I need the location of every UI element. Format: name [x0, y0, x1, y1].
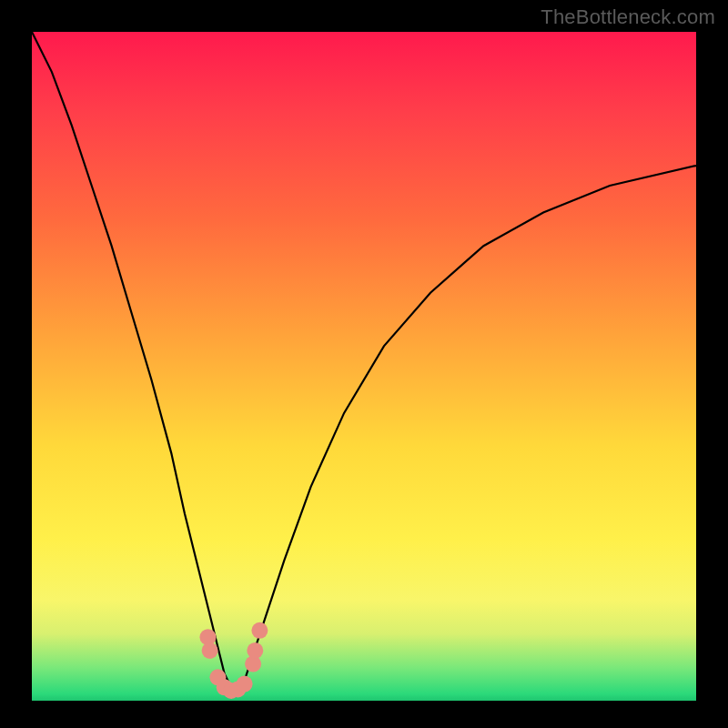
- marker-dot: [237, 676, 253, 693]
- chart-svg: [32, 32, 696, 701]
- marker-dots: [200, 622, 268, 699]
- bottleneck-curve: [32, 32, 696, 687]
- marker-dot: [247, 642, 263, 659]
- chart-frame: TheBottleneck.com: [0, 0, 728, 728]
- marker-dot: [202, 642, 218, 659]
- chart-plot-area: [32, 32, 696, 701]
- marker-dot: [251, 622, 268, 639]
- curve-path: [32, 32, 696, 687]
- attribution-text: TheBottleneck.com: [541, 5, 715, 29]
